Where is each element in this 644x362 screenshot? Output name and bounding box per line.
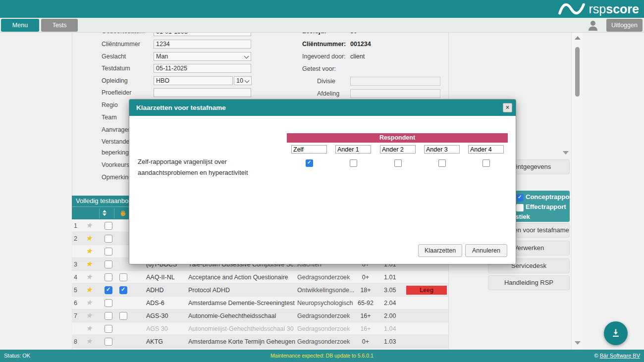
chevron-down-icon [244,54,249,59]
field-label-team: Team [102,114,117,121]
test-row[interactable]: 8 AKTG Amsterdamse Korte Termijn Geheuge… [72,335,448,348]
main-content: Geboortedatum Cliëntnummer Geslacht Man … [0,32,644,350]
test-row-muted[interactable]: AGS 30 Autonomielijst-Gehechtheidsschaal… [72,322,448,335]
conceptrapport-checkbox[interactable] [516,194,524,202]
respondent-ander2-checkbox[interactable] [394,159,402,167]
test-checkbox[interactable] [105,325,112,333]
test-checkbox[interactable] [105,260,112,268]
copyright-link[interactable]: Bär Software BV [600,353,640,359]
test-description-line1: Zelf-rapportage vragenlijst over [138,158,227,165]
star-icon[interactable] [86,260,92,268]
star-icon[interactable] [86,286,92,294]
handleiding-rsp-button[interactable]: Handleiding RSP [488,275,570,290]
sine-wave-icon [558,1,586,16]
field-label-testdatum: Testdatum [102,65,130,72]
klaarzetten-confirm-button[interactable]: Klaarzetten [418,244,462,257]
respondent-ander1-checkbox[interactable] [350,159,357,167]
menu-button[interactable]: Menu [1,19,39,32]
status-bar: Status: OK Maintenance expected: DB upda… [0,350,644,362]
test-checkbox[interactable] [105,338,112,346]
scroll-down-arrow[interactable] [575,341,581,345]
respondent-ander4-input[interactable] [468,145,504,154]
test-checkbox[interactable] [119,273,127,281]
respondent-ander3-checkbox[interactable] [438,159,446,167]
field-label-geslacht: Geslacht [102,53,126,60]
status-badge-leeg: Leeg [406,286,447,295]
test-checkbox[interactable] [105,222,112,230]
rspscore-app: Geboortedatum Cliëntnummer Geslacht Man … [0,0,644,362]
test-row[interactable]: 4 AAQ-II-NL Acceptance and Action Questi… [72,271,448,284]
test-checkbox-checked[interactable] [105,286,112,294]
field-label-proefleider: Proefleider [102,89,131,96]
scrollbar-thumb[interactable] [575,47,580,97]
star-icon[interactable] [86,311,92,319]
close-icon[interactable]: × [503,103,512,112]
star-icon[interactable] [86,234,92,242]
logo-text: rspscore [589,2,639,16]
effectrapport-checkbox[interactable] [516,204,524,211]
field-label-beperking: beperking [102,149,129,156]
field-label-aanvrager: Aanvrager [102,126,130,133]
geboortedatum-field[interactable] [154,32,251,36]
field-label-opleiding: Opleiding [102,77,128,84]
person-icon[interactable] [587,19,599,33]
geslacht-value: Man [156,53,168,60]
divisie-field[interactable] [350,77,440,86]
opleiding-level-select[interactable]: 10 [234,76,252,85]
opleiding-level-value: 10 [236,77,243,84]
respondent-header: Respondent [287,133,508,143]
hand-paper-test-icon [119,209,127,219]
clientnummer-field[interactable] [154,40,251,49]
test-row[interactable]: 6 ADS-6 Amsterdamse Dementie-Screeningte… [72,297,448,310]
maintenance-text: Maintenance expected: DB update to 5.6.0… [0,350,644,362]
respondent-zelf-input[interactable] [291,145,327,154]
clientnummer-ro-label: Cliëntnummer: [302,41,346,48]
star-icon[interactable] [86,247,92,255]
chevron-down-icon [245,78,250,83]
afdeling-label: Afdeling [317,90,339,97]
test-checkbox[interactable] [105,299,112,307]
download-fab-button[interactable] [604,321,628,345]
test-checkbox[interactable] [119,312,127,320]
clientnummer-ro-value: 001234 [350,41,371,48]
geslacht-select[interactable]: Man [154,52,251,61]
respondent-ander3-input[interactable] [424,145,460,154]
field-label-clientnummer: Cliëntnummer [102,41,140,48]
proefleider-field[interactable] [154,88,251,97]
panel-scroll-down-icon[interactable] [563,151,569,155]
test-checkbox[interactable] [105,248,112,256]
respondent-zelf-checkbox[interactable] [306,159,313,167]
effectrapport-label: Effectrapport [526,203,566,210]
star-icon[interactable] [86,324,92,332]
respondent-ander2-input[interactable] [380,145,416,154]
scroll-up-arrow[interactable] [575,36,581,40]
rspscore-logo: rspscore [558,1,639,17]
afdeling-field[interactable] [350,89,440,98]
opleiding-field[interactable] [154,76,233,85]
star-icon[interactable] [86,299,92,307]
divisie-label: Divisie [317,78,335,85]
test-checkbox[interactable] [105,312,112,320]
vertical-scrollbar [571,32,583,350]
star-icon[interactable] [86,337,92,345]
testdatum-field[interactable] [154,64,251,73]
sort-icon[interactable] [103,210,107,216]
download-icon [610,328,621,339]
test-checkbox[interactable] [105,235,112,243]
test-row[interactable]: 7 AGS-30 Autonomie-Gehechtheidsschaal Ge… [72,310,448,322]
test-row-selected[interactable]: 5 ADHD Protocol ADHD Ontwikkelingsonde..… [72,284,448,297]
test-checkbox-checked[interactable] [119,286,127,294]
annuleren-button[interactable]: Annuleren [465,244,507,257]
star-icon[interactable] [86,221,92,229]
respondent-ander4-checkbox[interactable] [483,159,490,167]
tests-button[interactable]: Tests [41,19,78,32]
logout-button[interactable]: Uitloggen [606,19,643,32]
top-bar: rspscore [0,0,644,18]
field-label-regio: Regio [102,102,118,108]
ingevoerd-door-value: client [350,53,365,60]
star-icon[interactable] [86,273,92,281]
test-checkbox[interactable] [105,273,112,281]
menu-bar: Menu Tests Uitloggen [0,18,644,33]
klaarzetten-modal: Klaarzetten voor testafname × Respondent… [129,99,516,264]
respondent-ander1-input[interactable] [335,145,371,154]
